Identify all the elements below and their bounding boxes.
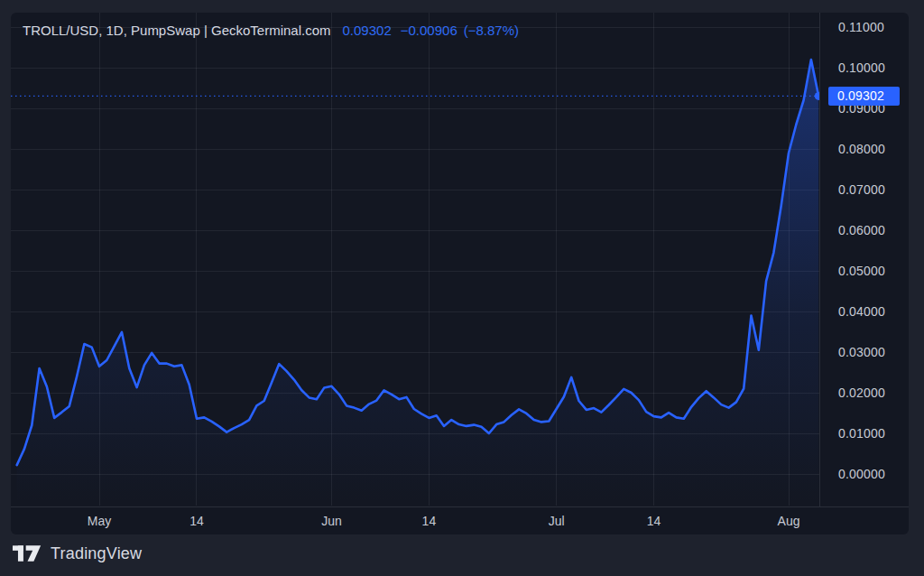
price-area-chart	[11, 13, 819, 506]
tradingview-logo-icon	[13, 544, 42, 563]
price-axis-label: 0.05000	[838, 264, 885, 278]
chart-pane[interactable]: TROLL/USD, 1D, PumpSwap | GeckoTerminal.…	[11, 13, 819, 506]
last-price-value: 0.09302	[343, 23, 392, 38]
symbol-title[interactable]: TROLL/USD, 1D, PumpSwap | GeckoTerminal.…	[23, 23, 331, 38]
area-fill	[17, 60, 819, 505]
price-axis[interactable]: 0.09302 0.110000.100000.090000.080000.07…	[819, 13, 909, 506]
tradingview-logo-text: TradingView	[51, 544, 142, 563]
chart-legend: TROLL/USD, 1D, PumpSwap | GeckoTerminal.…	[23, 22, 519, 40]
time-axis-label: Aug	[778, 514, 800, 528]
price-axis-label: 0.08000	[838, 142, 885, 156]
price-axis-label: 0.10000	[838, 60, 885, 75]
tradingview-branding[interactable]: TradingView	[13, 544, 142, 563]
time-axis-label: Jul	[549, 514, 565, 528]
price-axis-label: 0.11000	[838, 20, 884, 34]
current-price-badge: 0.09302	[828, 87, 900, 106]
tradingview-chart-page: TROLL/USD, 1D, PumpSwap | GeckoTerminal.…	[0, 0, 924, 576]
chart-panel: TROLL/USD, 1D, PumpSwap | GeckoTerminal.…	[11, 13, 909, 534]
time-axis-label: 14	[189, 514, 204, 528]
price-axis-label: 0.00000	[838, 467, 885, 481]
price-axis-label: 0.03000	[838, 345, 885, 359]
time-axis-label: Jun	[321, 514, 342, 528]
price-change-pct: (−8.87%)	[464, 23, 519, 38]
price-axis-label: 0.01000	[838, 426, 885, 441]
time-axis-label: May	[88, 514, 111, 528]
price-axis-label: 0.06000	[838, 223, 885, 237]
current-price-badge-value: 0.09302	[837, 88, 884, 103]
price-axis-label: 0.02000	[838, 386, 885, 400]
price-axis-label: 0.04000	[838, 304, 885, 319]
price-change-abs: −0.00906	[401, 23, 457, 38]
time-axis[interactable]: May14Jun14Jul14Aug	[11, 506, 909, 534]
price-axis-label: 0.07000	[838, 182, 885, 197]
time-axis-label: 14	[422, 514, 437, 528]
time-axis-label: 14	[647, 514, 661, 528]
